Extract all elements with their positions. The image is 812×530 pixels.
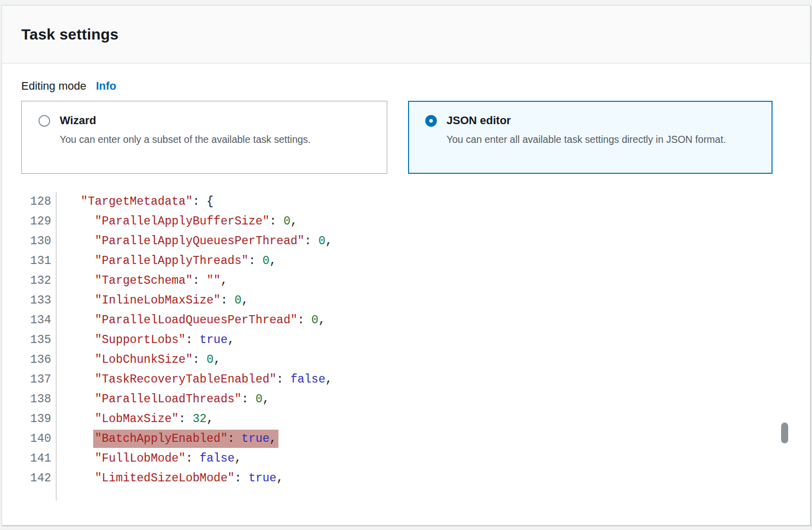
code-line: 142 "LimitedSizeLobMode": true, [21,469,791,488]
option-desc-wizard: You can enter only a subset of the avail… [60,132,311,147]
code-line-text[interactable]: "ParallelApplyQueuesPerThread": 0, [57,232,333,251]
line-number: 136 [21,350,57,370]
line-number: 128 [21,192,57,212]
line-number: 129 [21,212,57,232]
editing-mode-label: Editing mode [21,80,86,93]
json-code-editor[interactable]: 128 "TargetMetadata": {129 "ParallelAppl… [21,192,791,501]
code-line: 136 "LobChunkSize": 0, [21,350,791,370]
line-number: 140 [21,429,57,449]
option-card-json-editor[interactable]: JSON editor You can enter all available … [408,101,773,174]
code-line-text[interactable]: "TaskRecoveryTableEnabled": false, [57,370,333,390]
code-line-text[interactable]: "LobMaxSize": 32, [57,409,214,429]
panel-header: Task settings [2,6,810,64]
line-number: 134 [21,311,57,330]
code-line-text[interactable]: "ParallelLoadThreads": 0, [57,390,269,409]
code-line-text[interactable]: "LimitedSizeLobMode": true, [57,469,283,488]
code-line: 128 "TargetMetadata": { [21,192,791,212]
info-link[interactable]: Info [96,80,116,93]
line-number: 142 [21,469,57,488]
code-line: 131 "ParallelApplyThreads": 0, [21,251,791,271]
json-editor-radio[interactable] [425,115,437,127]
code-line-text[interactable]: "TargetMetadata": { [57,192,214,212]
line-number: 130 [21,232,57,251]
line-number: 131 [21,251,57,271]
line-number: 138 [21,390,57,409]
line-number: 132 [21,271,57,291]
code-line-text[interactable]: "BatchApplyEnabled": true, [57,429,278,449]
code-line: 134 "ParallelLoadQueuesPerThread": 0, [21,311,791,330]
option-title-wizard: Wizard [60,113,311,128]
page: Task settings Editing mode Info Wizard Y… [0,0,812,530]
code-line-text[interactable]: "ParallelApplyBufferSize": 0, [57,212,298,232]
line-number: 133 [21,291,57,311]
code-line: 138 "ParallelLoadThreads": 0, [21,390,791,409]
code-line-text[interactable]: "SupportLobs": true, [57,330,234,350]
option-text: JSON editor You can enter all available … [446,113,726,173]
line-number: 139 [21,409,57,429]
code-line-text[interactable]: "FullLobMode": false, [57,449,241,469]
editing-mode-options: Wizard You can enter only a subset of th… [21,101,791,174]
line-number: 141 [21,449,57,469]
page-title: Task settings [21,26,810,43]
code-line-text[interactable]: "LobChunkSize": 0, [57,350,221,370]
code-line: 137 "TaskRecoveryTableEnabled": false, [21,370,791,390]
editing-mode-row: Editing mode Info [21,80,791,93]
code-line: 139 "LobMaxSize": 32, [21,409,791,429]
line-number: 137 [21,370,57,390]
option-text: Wizard You can enter only a subset of th… [60,113,311,173]
code-line: 133 "InlineLobMaxSize": 0, [21,291,791,311]
code-line: 130 "ParallelApplyQueuesPerThread": 0, [21,232,791,251]
line-number: 135 [21,330,57,350]
code-line-text[interactable]: "InlineLobMaxSize": 0, [57,291,249,311]
code-line-filler [21,488,791,501]
code-line: 141 "FullLobMode": false, [21,449,791,469]
code-line: 132 "TargetSchema": "", [21,271,791,291]
code-line-text[interactable]: "TargetSchema": "", [57,271,227,291]
code-line: 140 "BatchApplyEnabled": true, [21,429,791,449]
code-line-text[interactable]: "ParallelApplyThreads": 0, [57,251,276,271]
option-card-wizard[interactable]: Wizard You can enter only a subset of th… [21,101,387,174]
option-desc-json-editor: You can enter all available task setting… [446,132,726,147]
highlighted-code: "BatchApplyEnabled": true, [93,430,278,448]
code-line: 129 "ParallelApplyBufferSize": 0, [21,212,791,232]
scrollbar-thumb[interactable] [781,423,788,443]
option-title-json-editor: JSON editor [446,113,726,128]
task-settings-panel: Task settings Editing mode Info Wizard Y… [2,5,810,525]
code-line: 135 "SupportLobs": true, [21,330,791,350]
panel-body: Editing mode Info Wizard You can enter o… [2,64,810,501]
wizard-radio[interactable] [38,115,50,127]
code-line-text[interactable]: "ParallelLoadQueuesPerThread": 0, [57,311,326,330]
